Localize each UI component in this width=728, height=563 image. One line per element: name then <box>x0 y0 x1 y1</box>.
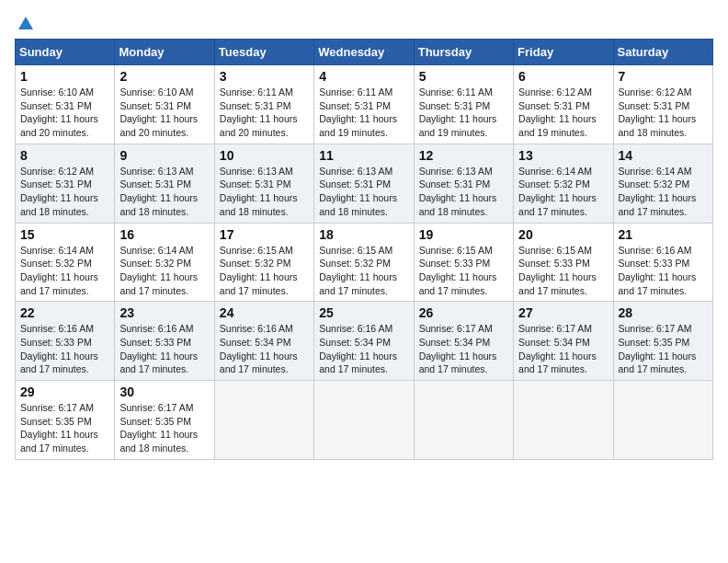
day-number: 11 <box>319 148 408 163</box>
day-info: Sunrise: 6:14 AM Sunset: 5:32 PM Dayligh… <box>20 244 109 298</box>
calendar-cell: 23 Sunrise: 6:16 AM Sunset: 5:33 PM Dayl… <box>115 302 214 381</box>
calendar-cell <box>514 381 613 460</box>
calendar-cell: 5 Sunrise: 6:11 AM Sunset: 5:31 PM Dayli… <box>414 65 513 144</box>
day-number: 6 <box>518 69 608 84</box>
day-info: Sunrise: 6:14 AM Sunset: 5:32 PM Dayligh… <box>518 165 608 219</box>
calendar-cell: 20 Sunrise: 6:15 AM Sunset: 5:33 PM Dayl… <box>514 223 613 302</box>
day-info: Sunrise: 6:16 AM Sunset: 5:34 PM Dayligh… <box>319 322 408 376</box>
calendar-cell: 3 Sunrise: 6:11 AM Sunset: 5:31 PM Dayli… <box>214 65 313 144</box>
day-number: 20 <box>518 227 608 242</box>
day-number: 26 <box>419 305 508 320</box>
day-info: Sunrise: 6:16 AM Sunset: 5:33 PM Dayligh… <box>619 244 708 298</box>
day-number: 27 <box>518 305 608 320</box>
day-of-week-header: Tuesday <box>214 40 313 65</box>
day-number: 19 <box>419 227 508 242</box>
day-number: 18 <box>319 227 408 242</box>
day-of-week-header: Wednesday <box>314 40 414 65</box>
day-number: 23 <box>119 305 209 320</box>
calendar-cell: 25 Sunrise: 6:16 AM Sunset: 5:34 PM Dayl… <box>314 302 414 381</box>
day-number: 28 <box>619 305 708 320</box>
calendar-cell: 27 Sunrise: 6:17 AM Sunset: 5:34 PM Dayl… <box>514 302 613 381</box>
calendar-cell: 16 Sunrise: 6:14 AM Sunset: 5:32 PM Dayl… <box>115 223 214 302</box>
day-info: Sunrise: 6:14 AM Sunset: 5:32 PM Dayligh… <box>119 244 209 298</box>
day-info: Sunrise: 6:15 AM Sunset: 5:33 PM Dayligh… <box>419 244 508 298</box>
day-info: Sunrise: 6:16 AM Sunset: 5:33 PM Dayligh… <box>20 322 109 376</box>
day-number: 13 <box>518 148 608 163</box>
day-info: Sunrise: 6:13 AM Sunset: 5:31 PM Dayligh… <box>119 165 209 219</box>
day-number: 14 <box>619 148 708 163</box>
calendar-week-row: 22 Sunrise: 6:16 AM Sunset: 5:33 PM Dayl… <box>16 302 713 381</box>
day-of-week-header: Friday <box>514 40 613 65</box>
day-number: 29 <box>20 385 109 399</box>
day-number: 4 <box>319 69 408 84</box>
calendar-cell: 13 Sunrise: 6:14 AM Sunset: 5:32 PM Dayl… <box>514 144 613 223</box>
day-of-week-header: Monday <box>115 40 214 65</box>
calendar-week-row: 8 Sunrise: 6:12 AM Sunset: 5:31 PM Dayli… <box>16 144 713 223</box>
day-info: Sunrise: 6:12 AM Sunset: 5:31 PM Dayligh… <box>518 86 608 140</box>
day-info: Sunrise: 6:17 AM Sunset: 5:35 PM Dayligh… <box>619 322 708 376</box>
calendar-cell: 18 Sunrise: 6:15 AM Sunset: 5:32 PM Dayl… <box>314 223 414 302</box>
day-info: Sunrise: 6:16 AM Sunset: 5:34 PM Dayligh… <box>220 322 309 376</box>
day-info: Sunrise: 6:15 AM Sunset: 5:32 PM Dayligh… <box>220 244 309 298</box>
calendar-cell: 9 Sunrise: 6:13 AM Sunset: 5:31 PM Dayli… <box>115 144 214 223</box>
logo-icon <box>17 15 35 33</box>
calendar-week-row: 29 Sunrise: 6:17 AM Sunset: 5:35 PM Dayl… <box>16 381 713 460</box>
calendar-header-row: SundayMondayTuesdayWednesdayThursdayFrid… <box>16 40 713 65</box>
day-info: Sunrise: 6:11 AM Sunset: 5:31 PM Dayligh… <box>220 86 309 140</box>
day-info: Sunrise: 6:12 AM Sunset: 5:31 PM Dayligh… <box>20 165 109 219</box>
calendar-cell: 28 Sunrise: 6:17 AM Sunset: 5:35 PM Dayl… <box>613 302 712 381</box>
calendar-week-row: 15 Sunrise: 6:14 AM Sunset: 5:32 PM Dayl… <box>16 223 713 302</box>
day-number: 24 <box>220 305 309 320</box>
day-info: Sunrise: 6:13 AM Sunset: 5:31 PM Dayligh… <box>319 165 408 219</box>
logo <box>15 15 35 31</box>
day-info: Sunrise: 6:12 AM Sunset: 5:31 PM Dayligh… <box>619 86 708 140</box>
day-info: Sunrise: 6:11 AM Sunset: 5:31 PM Dayligh… <box>319 86 408 140</box>
calendar-cell <box>613 381 712 460</box>
day-number: 17 <box>220 227 309 242</box>
day-of-week-header: Sunday <box>16 40 115 65</box>
calendar-cell: 8 Sunrise: 6:12 AM Sunset: 5:31 PM Dayli… <box>16 144 115 223</box>
day-number: 16 <box>119 227 209 242</box>
calendar-cell: 15 Sunrise: 6:14 AM Sunset: 5:32 PM Dayl… <box>16 223 115 302</box>
calendar-cell: 4 Sunrise: 6:11 AM Sunset: 5:31 PM Dayli… <box>314 65 414 144</box>
day-of-week-header: Thursday <box>414 40 513 65</box>
day-number: 22 <box>20 305 109 320</box>
day-number: 1 <box>20 69 109 84</box>
page-header <box>15 15 713 31</box>
day-number: 30 <box>119 385 209 399</box>
day-info: Sunrise: 6:17 AM Sunset: 5:35 PM Dayligh… <box>119 401 209 455</box>
calendar-cell: 10 Sunrise: 6:13 AM Sunset: 5:31 PM Dayl… <box>214 144 313 223</box>
calendar-cell: 29 Sunrise: 6:17 AM Sunset: 5:35 PM Dayl… <box>16 381 115 460</box>
calendar-cell: 14 Sunrise: 6:14 AM Sunset: 5:32 PM Dayl… <box>613 144 712 223</box>
calendar-cell: 1 Sunrise: 6:10 AM Sunset: 5:31 PM Dayli… <box>16 65 115 144</box>
calendar-cell: 7 Sunrise: 6:12 AM Sunset: 5:31 PM Dayli… <box>613 65 712 144</box>
calendar-cell: 2 Sunrise: 6:10 AM Sunset: 5:31 PM Dayli… <box>115 65 214 144</box>
day-info: Sunrise: 6:17 AM Sunset: 5:34 PM Dayligh… <box>419 322 508 376</box>
calendar-cell <box>414 381 513 460</box>
day-info: Sunrise: 6:17 AM Sunset: 5:35 PM Dayligh… <box>20 401 109 455</box>
calendar-cell: 19 Sunrise: 6:15 AM Sunset: 5:33 PM Dayl… <box>414 223 513 302</box>
calendar-cell: 17 Sunrise: 6:15 AM Sunset: 5:32 PM Dayl… <box>214 223 313 302</box>
calendar-week-row: 1 Sunrise: 6:10 AM Sunset: 5:31 PM Dayli… <box>16 65 713 144</box>
day-info: Sunrise: 6:17 AM Sunset: 5:34 PM Dayligh… <box>518 322 608 376</box>
day-number: 15 <box>20 227 109 242</box>
day-info: Sunrise: 6:15 AM Sunset: 5:32 PM Dayligh… <box>319 244 408 298</box>
day-number: 21 <box>619 227 708 242</box>
calendar-cell: 12 Sunrise: 6:13 AM Sunset: 5:31 PM Dayl… <box>414 144 513 223</box>
day-number: 8 <box>20 148 109 163</box>
day-of-week-header: Saturday <box>613 40 712 65</box>
day-info: Sunrise: 6:16 AM Sunset: 5:33 PM Dayligh… <box>119 322 209 376</box>
day-number: 25 <box>319 305 408 320</box>
calendar-cell <box>314 381 414 460</box>
day-info: Sunrise: 6:13 AM Sunset: 5:31 PM Dayligh… <box>419 165 508 219</box>
day-info: Sunrise: 6:10 AM Sunset: 5:31 PM Dayligh… <box>119 86 209 140</box>
calendar-cell: 6 Sunrise: 6:12 AM Sunset: 5:31 PM Dayli… <box>514 65 613 144</box>
day-info: Sunrise: 6:10 AM Sunset: 5:31 PM Dayligh… <box>20 86 109 140</box>
calendar-cell: 22 Sunrise: 6:16 AM Sunset: 5:33 PM Dayl… <box>16 302 115 381</box>
day-number: 12 <box>419 148 508 163</box>
day-number: 2 <box>119 69 209 84</box>
calendar-cell: 24 Sunrise: 6:16 AM Sunset: 5:34 PM Dayl… <box>214 302 313 381</box>
day-number: 9 <box>119 148 209 163</box>
calendar-cell <box>214 381 313 460</box>
day-number: 10 <box>220 148 309 163</box>
